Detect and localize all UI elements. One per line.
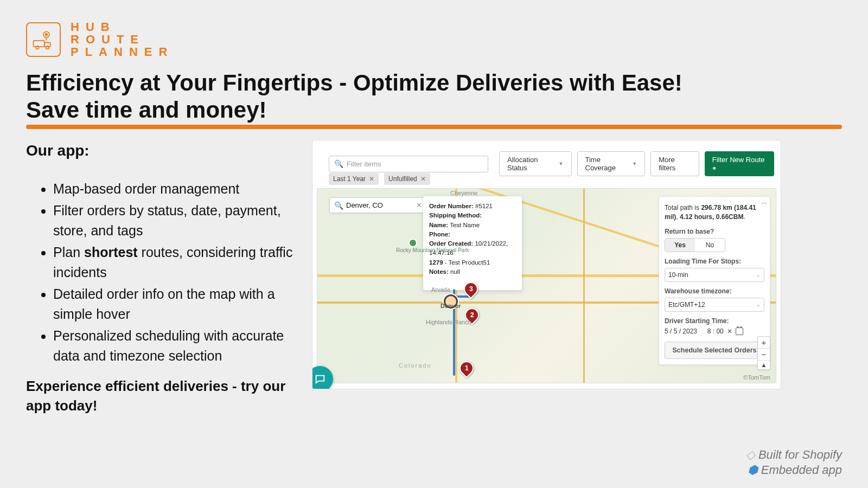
map-zoom-controls: + − ▲ [757,336,770,370]
more-filters-button[interactable]: More filters [650,151,699,176]
warehouse-timezone-select[interactable]: Etc/GMT+12⌄ [665,298,764,312]
list-item: Personalized scheduling with accurate da… [53,326,308,367]
clear-icon[interactable]: ✕ [727,328,732,335]
svg-point-2 [36,46,39,49]
svg-point-5 [46,34,48,36]
feature-list: Map-based order management Filter orders… [42,179,308,368]
map[interactable]: 🔍 Denver, CO ✕ Order Number: #5121 Shipp… [317,188,776,383]
close-icon[interactable]: ✕ [369,175,374,183]
loading-time-label: Loading Time For Stops: [665,258,764,265]
filter-chip-last-1-year[interactable]: Last 1 Year✕ [329,173,379,185]
chevron-down-icon: ⌄ [756,272,761,278]
map-attribution: ©TomTom [743,374,770,381]
cta-text: Experience efficient deliveries - try ou… [26,376,308,416]
filter-chip-unfulfilled[interactable]: Unfulfilled✕ [384,173,430,185]
map-label: Rocky Mountain National Park [396,247,469,253]
list-item: Detailed order info on the map with a si… [53,284,308,325]
map-label: Arvada [431,286,450,293]
loading-time-select[interactable]: 10-min⌄ [665,268,764,282]
cube-icon: ⬢ [748,463,758,477]
list-item: Plan shortest routes, considering traffi… [53,242,308,283]
filter-items-input[interactable]: 🔍 Filter items [329,156,488,172]
map-label: Colorado [399,362,432,369]
divider [26,125,842,129]
park-icon [409,239,417,247]
chevron-down-icon: ▼ [632,161,637,166]
return-yes-button[interactable]: Yes [665,239,695,252]
map-label: Cheyenne [450,190,477,196]
list-item: Filter orders by status, date, payment, … [53,201,308,241]
svg-rect-0 [34,40,44,46]
search-icon: 🔍 [334,159,343,168]
driver-start-datetime[interactable]: 5 / 5 / 2023 8 : 00 ✕ [665,328,764,335]
map-label: Highlands Ranch [426,319,471,325]
search-icon: 🔍 [334,201,343,210]
calendar-icon[interactable] [736,328,743,335]
driver-start-time-label: Driver Starting Time: [665,317,764,325]
diamond-icon: ◇ [746,448,755,461]
route-settings-panel: ︽ Total path is 296.78 km (184.41 mil), … [659,196,770,365]
map-pin-1[interactable]: 1 [457,358,477,378]
svg-point-3 [46,46,49,49]
chevron-down-icon: ▼ [559,161,564,166]
schedule-selected-orders-button[interactable]: Schedule Selected Orders [665,342,764,359]
footer-tags: ◇Built for Shopify ⬢Embedded app [746,447,842,477]
filter-placeholder: Filter items [347,160,381,168]
close-icon[interactable]: ✕ [420,175,426,183]
chevron-down-icon: ⌄ [756,302,761,307]
list-item: Map-based order management [53,179,308,200]
return-to-base-toggle[interactable]: Yes No [665,238,725,252]
logo-icon [26,22,61,57]
map-search-input[interactable]: 🔍 Denver, CO ✕ [329,197,427,213]
zoom-reset-button[interactable]: ▲ [758,360,770,369]
order-tooltip: Order Number: #5121 Shipping Method: Nam… [423,196,522,290]
collapse-icon[interactable]: ︽ [762,198,767,206]
chat-icon [314,373,326,385]
return-no-button[interactable]: No [695,239,725,252]
return-to-base-label: Return to base? [665,228,764,235]
zoom-out-button[interactable]: − [758,348,770,360]
warehouse-timezone-label: Warehouse timezone: [665,287,764,295]
page-headline: Efficiency at Your Fingertips - Optimize… [26,69,682,124]
filter-new-route-button[interactable]: Filter New Route ● [705,151,774,176]
app-screenshot: 🔍 Filter items Allocation Status▼ Time C… [312,140,781,389]
time-coverage-dropdown[interactable]: Time Coverage▼ [577,151,646,176]
logo-text: HUB ROUTE PLANNER [71,21,174,58]
allocation-status-dropdown[interactable]: Allocation Status▼ [499,151,572,176]
map-label: Denver [441,303,461,309]
section-heading-our-app: Our app: [26,142,90,159]
clear-icon[interactable]: ✕ [416,201,422,209]
zoom-in-button[interactable]: + [758,337,770,348]
